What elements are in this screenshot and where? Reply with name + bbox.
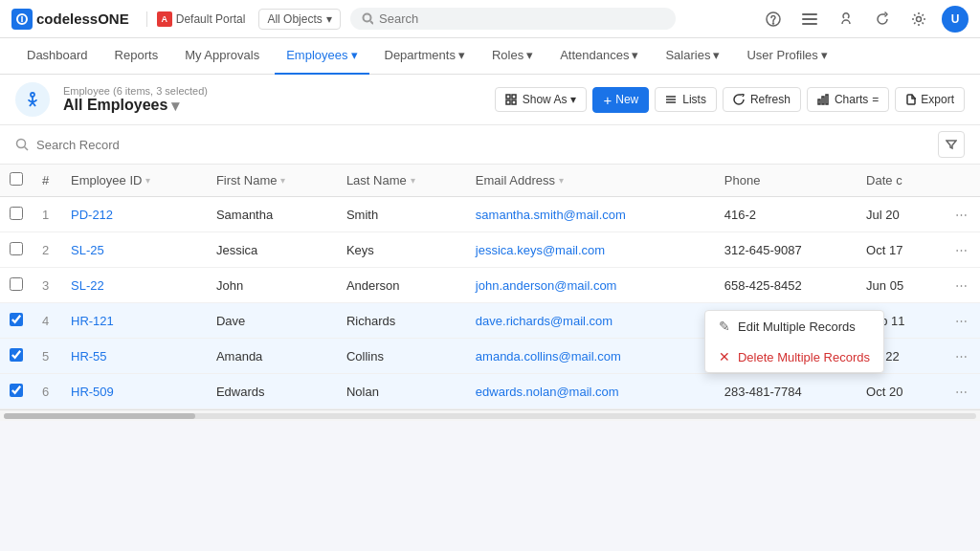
delete-multiple-records-item[interactable]: ✕ Delete Multiple Records xyxy=(705,342,883,372)
nav-employees[interactable]: Employees ▾ xyxy=(275,38,368,75)
select-all-checkbox[interactable] xyxy=(10,172,23,186)
th-num: # xyxy=(33,165,61,197)
row-checkbox-cell[interactable] xyxy=(0,232,33,268)
row-checkbox-cell[interactable] xyxy=(0,339,33,374)
row-employee-id[interactable]: SL-22 xyxy=(61,268,207,303)
row-date: Oct 20 xyxy=(857,374,942,409)
lists-button[interactable]: Lists xyxy=(655,87,717,112)
table-row: 3 SL-22 John Anderson john.anderson@mail… xyxy=(0,268,980,303)
row-checkbox-cell[interactable] xyxy=(0,374,33,409)
search-record-input[interactable] xyxy=(36,138,930,152)
more-button[interactable]: ⋯ xyxy=(951,205,970,224)
row-more[interactable]: ⋯ xyxy=(942,339,980,374)
nav-roles[interactable]: Roles ▾ xyxy=(480,38,545,75)
row-email[interactable]: samantha.smith@mail.com xyxy=(466,197,715,232)
row-employee-id[interactable]: SL-25 xyxy=(61,232,207,268)
users-icon[interactable] xyxy=(833,6,859,33)
row-email[interactable]: edwards.nolan@mail.com xyxy=(466,374,715,409)
show-as-button[interactable]: Show As ▾ xyxy=(495,87,588,112)
logo[interactable]: codelessONE xyxy=(11,9,129,30)
charts-button[interactable]: Charts = xyxy=(807,87,889,112)
nav-dashboard[interactable]: Dashboard xyxy=(15,38,100,75)
delete-multiple-label: Delete Multiple Records xyxy=(738,350,870,364)
row-employee-id[interactable]: HR-55 xyxy=(61,339,207,374)
th-last-name[interactable]: Last Name ▾ xyxy=(337,165,466,197)
row-more[interactable]: ⋯ xyxy=(942,374,980,409)
row-checkbox-cell[interactable] xyxy=(0,197,33,232)
list-header: Employee (6 items, 3 selected) All Emplo… xyxy=(0,75,980,125)
charts-arrow: = xyxy=(872,93,879,106)
settings-icon[interactable] xyxy=(905,6,932,33)
title-arrow-icon[interactable]: ▾ xyxy=(171,97,179,115)
row-email[interactable]: amanda.collins@mail.com xyxy=(466,339,715,374)
attendances-arrow-icon: ▾ xyxy=(632,48,638,62)
row-num: 6 xyxy=(33,374,61,409)
more-button[interactable]: ⋯ xyxy=(951,240,970,259)
th-employee-id[interactable]: Employee ID ▾ xyxy=(61,165,207,197)
more-button[interactable]: ⋯ xyxy=(951,276,970,295)
more-button[interactable]: ⋯ xyxy=(951,382,970,401)
th-date[interactable]: Date c xyxy=(857,165,942,197)
all-objects-btn[interactable]: All Objects ▾ xyxy=(258,9,340,30)
nav-attendances[interactable]: Attendances ▾ xyxy=(548,38,650,75)
filter-button[interactable] xyxy=(938,131,965,158)
row-checkbox[interactable] xyxy=(10,313,23,326)
show-as-arrow: ▾ xyxy=(570,93,576,106)
edit-multiple-records-item[interactable]: ✎ Edit Multiple Records xyxy=(705,311,883,342)
row-more[interactable]: ⋯ xyxy=(942,303,980,339)
more-button[interactable]: ⋯ xyxy=(951,311,970,330)
nav-salaries[interactable]: Salaries ▾ xyxy=(654,38,731,75)
svg-line-13 xyxy=(33,102,35,106)
row-checkbox[interactable] xyxy=(10,277,23,291)
svg-line-25 xyxy=(25,147,29,151)
top-search[interactable] xyxy=(350,8,676,30)
row-more[interactable]: ⋯ xyxy=(942,232,980,268)
nav-user-profiles[interactable]: User Profiles ▾ xyxy=(735,38,838,75)
user-avatar[interactable]: U xyxy=(942,6,969,33)
row-checkbox[interactable] xyxy=(10,384,23,397)
help-icon[interactable] xyxy=(760,6,787,33)
row-checkbox[interactable] xyxy=(10,242,23,255)
row-first-name: Amanda xyxy=(207,339,337,374)
row-email[interactable]: john.anderson@mail.com xyxy=(466,268,715,303)
th-phone[interactable]: Phone xyxy=(715,165,857,197)
sort-arrow-last-name: ▾ xyxy=(411,175,415,186)
row-checkbox[interactable] xyxy=(10,348,23,362)
row-checkbox-cell[interactable] xyxy=(0,303,33,339)
employees-arrow-icon: ▾ xyxy=(351,48,358,62)
new-button[interactable]: + New xyxy=(592,87,649,113)
row-employee-id[interactable]: HR-509 xyxy=(61,374,207,409)
nav-my-approvals[interactable]: My Approvals xyxy=(173,38,271,75)
row-num: 5 xyxy=(33,339,61,374)
row-date: Oct 17 xyxy=(857,232,942,268)
edit-multiple-label: Edit Multiple Records xyxy=(738,320,856,334)
row-first-name: Dave xyxy=(207,303,337,339)
default-portal[interactable]: A Default Portal xyxy=(146,11,246,27)
th-first-name[interactable]: First Name ▾ xyxy=(207,165,337,197)
row-checkbox-cell[interactable] xyxy=(0,268,33,303)
row-more[interactable]: ⋯ xyxy=(942,197,980,232)
refresh-button[interactable]: Refresh xyxy=(723,87,801,112)
search-input[interactable] xyxy=(379,11,664,26)
row-first-name: Edwards xyxy=(207,374,337,409)
svg-rect-14 xyxy=(506,95,510,99)
context-menu: ✎ Edit Multiple Records ✕ Delete Multipl… xyxy=(704,310,884,373)
row-email[interactable]: jessica.keys@mail.com xyxy=(466,232,715,268)
row-employee-id[interactable]: PD-212 xyxy=(61,197,207,232)
nav-reports[interactable]: Reports xyxy=(103,38,170,75)
svg-rect-17 xyxy=(512,100,516,104)
filter-icon xyxy=(946,139,957,150)
scrollbar-thumb[interactable] xyxy=(4,413,195,419)
more-button[interactable]: ⋯ xyxy=(951,346,970,365)
row-checkbox[interactable] xyxy=(10,207,23,220)
th-email[interactable]: Email Address ▾ xyxy=(466,165,715,197)
refresh-icon[interactable] xyxy=(869,6,896,33)
nav-departments[interactable]: Departments ▾ xyxy=(373,38,477,75)
row-more[interactable]: ⋯ xyxy=(942,268,980,303)
menu-icon[interactable] xyxy=(796,6,823,33)
th-select-all[interactable] xyxy=(0,165,33,197)
export-button[interactable]: Export xyxy=(895,87,965,112)
row-email[interactable]: dave.richards@mail.com xyxy=(466,303,715,339)
show-as-icon xyxy=(505,94,517,105)
row-employee-id[interactable]: HR-121 xyxy=(61,303,207,339)
